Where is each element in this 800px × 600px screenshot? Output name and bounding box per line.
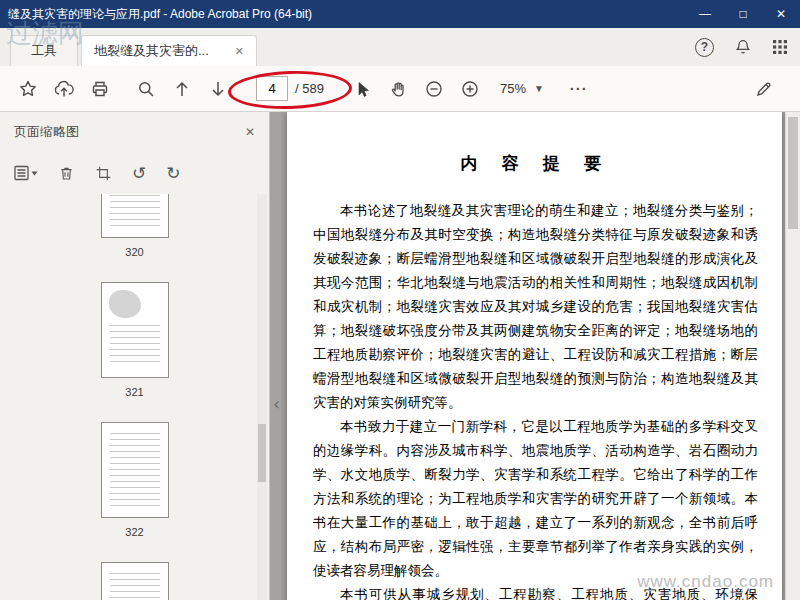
thumbnail-map-figure bbox=[109, 290, 141, 318]
print-icon[interactable] bbox=[82, 72, 118, 106]
zoom-level-dropdown[interactable]: 75% ▼ bbox=[500, 81, 544, 96]
thumbnail-content bbox=[110, 325, 160, 367]
star-favorites-icon[interactable] bbox=[10, 72, 46, 106]
zoom-value: 75% bbox=[500, 81, 526, 96]
thumbnails-toolbar: ↺ ↻ bbox=[0, 152, 269, 194]
fill-sign-pen-icon[interactable] bbox=[746, 72, 782, 106]
thumbnail-item[interactable]: 320 bbox=[101, 194, 169, 258]
select-tool-icon[interactable] bbox=[344, 72, 380, 106]
page-number-input[interactable] bbox=[256, 76, 288, 101]
thumbnail-page-number: 320 bbox=[125, 246, 143, 258]
previous-page-icon[interactable] bbox=[164, 72, 200, 106]
document-scrollbar-thumb[interactable] bbox=[788, 117, 798, 229]
paragraph: 本书论述了地裂缝及其灾害理论的萌生和建立；地裂缝分类与鉴别；中国地裂缝分布及其时… bbox=[313, 199, 758, 415]
tab-tools[interactable]: 工具 bbox=[10, 35, 78, 66]
close-button[interactable]: ✕ bbox=[762, 0, 800, 28]
crop-pages-icon[interactable] bbox=[95, 165, 112, 182]
tab-document[interactable]: 地裂缝及其灾害的... ✕ bbox=[81, 35, 257, 66]
page-total-label: / 589 bbox=[295, 81, 324, 96]
thumbnails-panel-title: 页面缩略图 bbox=[14, 123, 79, 141]
app-grid-icon[interactable] bbox=[772, 39, 788, 55]
page-number-group: / 589 bbox=[250, 76, 330, 101]
rotate-right-icon[interactable]: ↻ bbox=[166, 163, 180, 183]
content-area: 页面缩略图 ✕ ↺ ↻ 320 bbox=[0, 112, 800, 600]
thumbnails-scrollbar-thumb[interactable] bbox=[258, 424, 266, 482]
pdf-page: 内 容 提 要 本书论述了地裂缝及其灾害理论的萌生和建立；地裂缝分类与鉴别；中国… bbox=[287, 112, 782, 600]
thumbnail-page-321[interactable] bbox=[101, 282, 169, 378]
thumbnail-options-icon[interactable] bbox=[14, 165, 38, 181]
thumbnail-content bbox=[110, 433, 160, 507]
delete-pages-icon[interactable] bbox=[58, 164, 75, 182]
rotate-left-icon[interactable]: ↺ bbox=[132, 163, 146, 183]
thumbnail-content bbox=[110, 573, 160, 600]
thumbnail-item[interactable]: 321 bbox=[101, 282, 169, 398]
thumbnails-scrollbar[interactable] bbox=[257, 194, 267, 600]
thumbnails-panel: 页面缩略图 ✕ ↺ ↻ 320 bbox=[0, 112, 270, 600]
main-toolbar: / 589 75% ▼ ··· bbox=[0, 66, 800, 112]
minimize-button[interactable]: — bbox=[686, 0, 724, 28]
next-page-icon[interactable] bbox=[200, 72, 236, 106]
page-body: 本书论述了地裂缝及其灾害理论的萌生和建立；地裂缝分类与鉴别；中国地裂缝分布及其时… bbox=[313, 199, 758, 600]
hand-tool-icon[interactable] bbox=[380, 72, 416, 106]
panel-close-icon[interactable]: ✕ bbox=[245, 125, 255, 139]
thumbnail-list: 320 321 322 bbox=[0, 194, 269, 600]
red-circle-annotation bbox=[227, 69, 352, 111]
acrobat-window: 缝及其灾害的理论与应用.pdf - Adobe Acrobat Pro (64-… bbox=[0, 0, 800, 600]
title-bar: 缝及其灾害的理论与应用.pdf - Adobe Acrobat Pro (64-… bbox=[0, 0, 800, 28]
thumbnail-item[interactable] bbox=[101, 562, 169, 600]
thumbnail-page-320[interactable] bbox=[101, 194, 169, 238]
doc-tab-label: 地裂缝及其灾害的... bbox=[94, 42, 209, 60]
maximize-button[interactable]: □ bbox=[724, 0, 762, 28]
zoom-out-icon[interactable] bbox=[416, 72, 452, 106]
thumbnail-page-322[interactable] bbox=[101, 422, 169, 518]
search-icon[interactable] bbox=[128, 72, 164, 106]
document-scrollbar[interactable] bbox=[785, 112, 800, 600]
panel-collapse-icon[interactable]: ‹ bbox=[273, 394, 280, 414]
cloud-share-icon[interactable] bbox=[46, 72, 82, 106]
watermark-bottom-right: www.cndao.com bbox=[637, 572, 774, 592]
document-view: ‹ 内 容 提 要 本书论述了地裂缝及其灾害理论的萌生和建立；地裂缝分类与鉴别；… bbox=[270, 112, 800, 600]
thumbnail-item[interactable]: 322 bbox=[101, 422, 169, 538]
page-heading: 内 容 提 要 bbox=[313, 152, 758, 175]
zoom-in-icon[interactable] bbox=[452, 72, 488, 106]
bell-icon[interactable] bbox=[734, 38, 752, 56]
more-tools-icon[interactable]: ··· bbox=[570, 80, 588, 97]
window-controls: — □ ✕ bbox=[686, 0, 800, 28]
window-title: 缝及其灾害的理论与应用.pdf - Adobe Acrobat Pro (64-… bbox=[0, 6, 686, 23]
thumbnail-content bbox=[110, 194, 160, 227]
thumbnail-page-number: 321 bbox=[125, 386, 143, 398]
tab-close-icon[interactable]: ✕ bbox=[235, 45, 244, 58]
tab-bar: 过滤网 工具 地裂缝及其灾害的... ✕ ? bbox=[0, 28, 800, 66]
help-icon[interactable]: ? bbox=[695, 38, 714, 57]
thumbnail-page-partial[interactable] bbox=[101, 562, 169, 600]
tabbar-right-icons: ? bbox=[695, 28, 788, 66]
chevron-down-icon: ▼ bbox=[534, 83, 544, 94]
thumbnails-panel-header: 页面缩略图 ✕ bbox=[0, 112, 269, 152]
thumbnail-page-number: 322 bbox=[125, 526, 143, 538]
paragraph: 本书致力于建立一门新学科，它是以工程地质学为基础的多学科交叉的边缘学科。内容涉及… bbox=[313, 415, 758, 583]
